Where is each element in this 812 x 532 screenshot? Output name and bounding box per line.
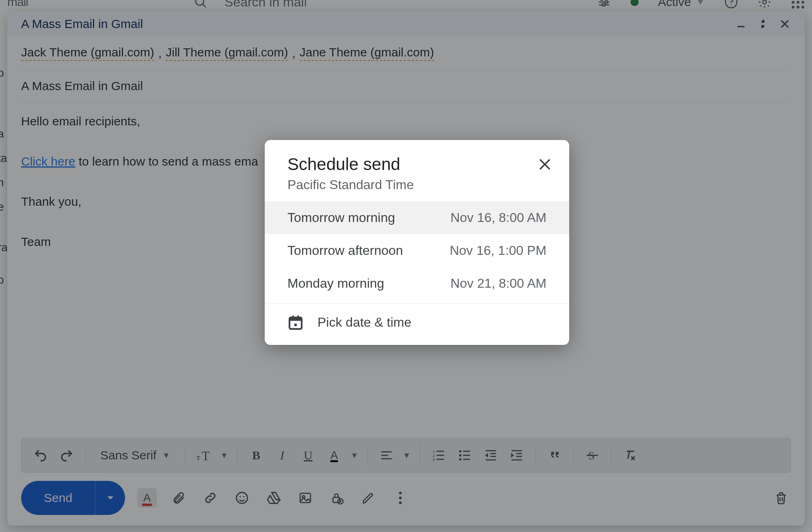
- dialog-title: Schedule send: [287, 155, 546, 174]
- svg-rect-57: [292, 315, 294, 319]
- svg-rect-58: [297, 315, 299, 319]
- schedule-option[interactable]: Tomorrow afternoon Nov 16, 1:00 PM: [265, 234, 569, 267]
- schedule-option[interactable]: Monday morning Nov 21, 8:00 AM: [265, 267, 569, 300]
- calendar-icon: [287, 314, 304, 330]
- schedule-option-datetime: Nov 16, 1:00 PM: [450, 243, 546, 258]
- dialog-close-button[interactable]: [538, 157, 554, 173]
- dialog-timezone: Pacific Standard Time: [287, 177, 546, 192]
- schedule-option[interactable]: Tomorrow morning Nov 16, 8:00 AM: [265, 201, 569, 234]
- schedule-option-label: Tomorrow morning: [287, 210, 395, 225]
- dialog-header: Schedule send Pacific Standard Time: [265, 140, 569, 201]
- svg-rect-56: [289, 317, 302, 321]
- pick-date-time-label: Pick date & time: [317, 315, 411, 330]
- pick-date-time-button[interactable]: Pick date & time: [265, 304, 569, 345]
- schedule-option-datetime: Nov 16, 8:00 AM: [450, 210, 546, 225]
- svg-point-59: [294, 323, 297, 326]
- schedule-option-datetime: Nov 21, 8:00 AM: [450, 276, 546, 291]
- schedule-option-label: Monday morning: [287, 276, 384, 291]
- schedule-option-label: Tomorrow afternoon: [287, 243, 403, 258]
- schedule-send-dialog: Schedule send Pacific Standard Time Tomo…: [265, 140, 569, 345]
